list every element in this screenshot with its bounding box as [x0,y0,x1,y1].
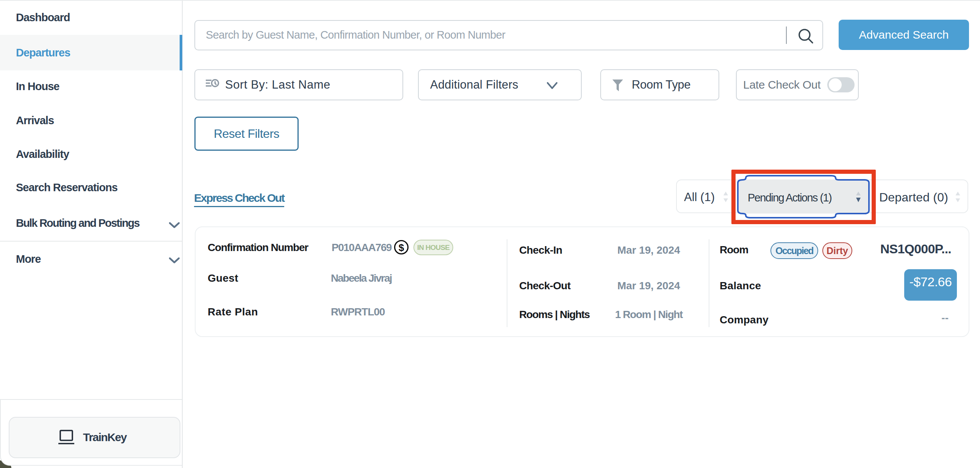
svg-text:$: $ [399,242,404,253]
